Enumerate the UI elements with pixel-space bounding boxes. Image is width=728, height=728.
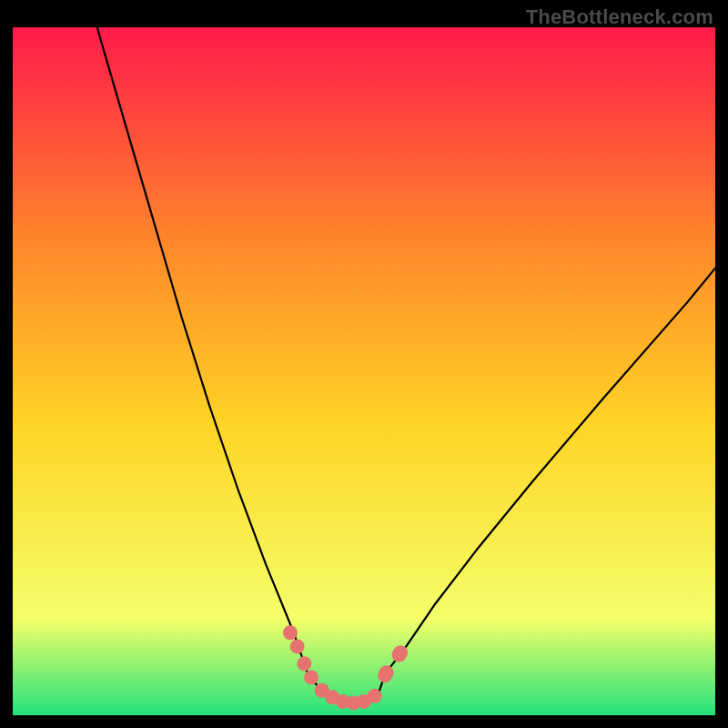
gradient-background	[13, 27, 715, 715]
watermark-text: TheBottleneck.com	[526, 5, 713, 29]
valley-marker	[379, 665, 394, 680]
valley-marker	[290, 639, 305, 653]
chart-frame: TheBottleneck.com	[0, 0, 728, 728]
valley-marker	[283, 625, 298, 640]
valley-marker	[368, 689, 382, 703]
valley-marker	[297, 656, 311, 671]
valley-marker	[304, 670, 318, 684]
chart-svg	[13, 27, 715, 715]
plot-area	[13, 27, 715, 715]
valley-marker	[393, 645, 408, 660]
